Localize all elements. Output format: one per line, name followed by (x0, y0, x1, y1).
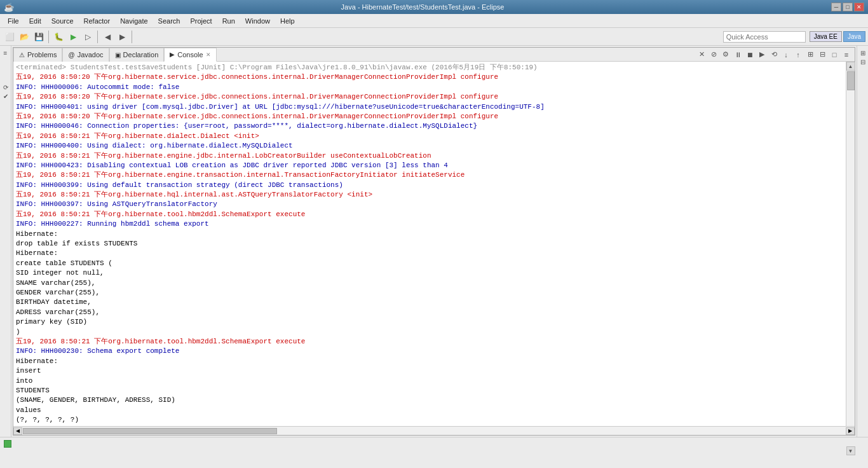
toolbar-run-last-button[interactable]: ▷ (81, 30, 95, 44)
menu-item-file[interactable]: File (3, 16, 24, 26)
quick-access-input[interactable] (723, 31, 806, 43)
tab-icon-javadoc: @ (68, 52, 74, 59)
console-line: 五19, 2016 8:50:21 下午org.hibernate.tool.h… (16, 337, 843, 347)
tab-icon-console: ▶ (170, 51, 175, 58)
tab-icon-problems: ⚠ (19, 52, 25, 59)
console-line: INFO: HHH000423: Disabling contextual LO… (16, 161, 843, 170)
scroll-down-arrow[interactable]: ▼ (846, 446, 855, 455)
horizontal-scrollbar[interactable]: ◀ ▶ (13, 426, 855, 435)
tab-close-console[interactable]: ✕ (206, 52, 211, 58)
tab-toolbar-btn-12[interactable]: ≡ (841, 49, 852, 60)
toolbar-save-button[interactable]: 💾 (32, 30, 46, 44)
menu-item-navigate[interactable]: Navigate (115, 16, 153, 26)
outer-right-panel: ⊞ ⊟ (857, 46, 868, 437)
console-line: INFO: HHH000006: Autocommit mode: false (16, 83, 843, 92)
console-line: INFO: HHH000230: Schema export complete (16, 347, 843, 356)
console-line: insert (16, 366, 843, 376)
scroll-right-arrow[interactable]: ▶ (846, 427, 855, 435)
close-button[interactable]: ✕ (854, 3, 864, 11)
tab-toolbar-btn-11[interactable]: □ (829, 49, 840, 60)
vertical-scrollbar[interactable]: ▲ ▼ (846, 62, 855, 426)
console-line: INFO: HHH000401: using driver [com.mysql… (16, 102, 843, 112)
console-line: ADRESS varchar(255), (16, 308, 843, 317)
toolbar-new-button[interactable]: ⬜ (3, 30, 17, 44)
menu-item-search[interactable]: Search (153, 16, 186, 26)
tab-toolbar-btn-0[interactable]: ✕ (696, 49, 707, 60)
console-line: 五19, 2016 8:50:21 下午org.hibernate.engine… (16, 170, 843, 180)
tab-toolbar-btn-8[interactable]: ↑ (792, 49, 804, 60)
menu-item-edit[interactable]: Edit (24, 16, 46, 26)
quick-access-area: Java EE Java (723, 31, 865, 43)
scroll-up-arrow[interactable]: ▲ (846, 62, 855, 71)
console-line: SNAME varchar(255), (16, 279, 843, 288)
tab-toolbar-btn-1[interactable]: ⊘ (708, 49, 719, 60)
toolbar-debug-button[interactable]: 🐛 (51, 30, 65, 44)
tab-toolbar-btn-4[interactable]: ⏹ (744, 49, 756, 60)
tab-toolbar-btn-3[interactable]: ⏸ (732, 49, 743, 60)
statusbar (0, 437, 868, 450)
console-content[interactable]: <terminated> StudentsTest.testSaveStuden… (13, 62, 846, 426)
tab-label-console: Console (177, 51, 203, 59)
right-panel-icon-1[interactable]: ⊞ (858, 48, 867, 57)
tab-problems[interactable]: ⚠Problems (13, 48, 62, 62)
scroll-thumb[interactable] (847, 71, 855, 90)
toolbar-open-button[interactable]: 📂 (17, 30, 31, 44)
tab-toolbar-btn-6[interactable]: ⟲ (768, 49, 780, 60)
minimize-button[interactable]: ─ (831, 3, 841, 11)
perspective-java-ee-button[interactable]: Java EE (810, 31, 842, 42)
tab-label-declaration: Declaration (123, 51, 159, 59)
perspective-java-button[interactable]: Java (843, 31, 865, 42)
console-line: primary key (SID) (16, 317, 843, 327)
titlebar-controls: ─ □ ✕ (831, 3, 864, 11)
tab-toolbar-btn-10[interactable]: ⊟ (817, 49, 828, 60)
tab-javadoc[interactable]: @Javadoc (62, 48, 109, 62)
menu-item-help[interactable]: Help (275, 16, 300, 26)
console-line: Hibernate: (16, 249, 843, 258)
right-panel-icon-2[interactable]: ⊟ (858, 57, 867, 66)
console-line: 五19, 2016 8:50:21 下午org.hibernate.engine… (16, 151, 843, 161)
console-line: INFO: HHH000227: Running hbm2ddl schema … (16, 219, 843, 229)
console-line: (SNAME, GENDER, BIRTHDAY, ADRESS, SID) (16, 396, 843, 405)
menu-item-source[interactable]: Source (46, 16, 79, 26)
toolbar-back-button[interactable]: ◀ (100, 30, 114, 44)
tab-toolbar-btn-7[interactable]: ↓ (780, 49, 792, 60)
console-line: 五19, 2016 8:50:20 下午org.hibernate.servic… (16, 92, 843, 102)
console-line: values (16, 406, 843, 415)
menu-item-window[interactable]: Window (240, 16, 275, 26)
tab-declaration[interactable]: ▣Declaration (109, 48, 165, 62)
tab-toolbar-btn-5[interactable]: ▶ (756, 49, 768, 60)
tab-toolbar: ✕⊘⚙⏸⏹▶⟲↓↑⊞⊟□≡ (696, 49, 855, 60)
console-line: ) (16, 327, 843, 337)
toolbar-separator-3 (132, 31, 132, 43)
console-line: (?, ?, ?, ?, ?) (16, 415, 843, 425)
left-panel-icon-3[interactable]: ✔ (1, 92, 10, 100)
toolbar-forward-button[interactable]: ▶ (115, 30, 129, 44)
tab-toolbar-btn-9[interactable]: ⊞ (804, 49, 816, 60)
tab-icon-declaration: ▣ (115, 52, 121, 59)
console-line: BIRTHDAY datetime, (16, 298, 843, 307)
console-wrapper: <terminated> StudentsTest.testSaveStuden… (13, 62, 855, 426)
console-line: SID integer not null, (16, 268, 843, 278)
menu-item-run[interactable]: Run (217, 16, 240, 26)
left-panel-icon-2[interactable]: ⟳ (1, 83, 10, 92)
console-line: 五19, 2016 8:50:20 下午org.hibernate.servic… (16, 72, 843, 82)
toolbar: ⬜ 📂 💾 🐛 ▶ ▷ ◀ ▶ Java EE Java (0, 28, 868, 46)
toolbar-run-button[interactable]: ▶ (66, 30, 80, 44)
menu-item-project[interactable]: Project (185, 16, 217, 26)
maximize-button[interactable]: □ (843, 3, 853, 11)
status-indicator (4, 440, 11, 448)
horizontal-scroll-thumb[interactable] (23, 428, 277, 434)
outer-left-panel: ≡ ⟳ ✔ (0, 46, 11, 437)
tab-console[interactable]: ▶Console✕ (164, 48, 216, 62)
console-line: INFO: HHH000399: Using default transacti… (16, 181, 843, 190)
console-line: GENDER varchar(255), (16, 288, 843, 298)
console-line: STUDENTS (16, 386, 843, 396)
toolbar-separator-2 (97, 31, 98, 43)
tab-toolbar-btn-2[interactable]: ⚙ (720, 49, 731, 60)
scroll-left-arrow[interactable]: ◀ (13, 427, 22, 435)
menubar: FileEditSourceRefactorNavigateSearchProj… (0, 14, 868, 28)
menu-item-refactor[interactable]: Refactor (79, 16, 116, 26)
perspective-buttons: Java EE Java (810, 31, 865, 42)
tab-label-javadoc: Javadoc (78, 51, 104, 59)
left-panel-icon-1[interactable]: ≡ (1, 48, 10, 57)
